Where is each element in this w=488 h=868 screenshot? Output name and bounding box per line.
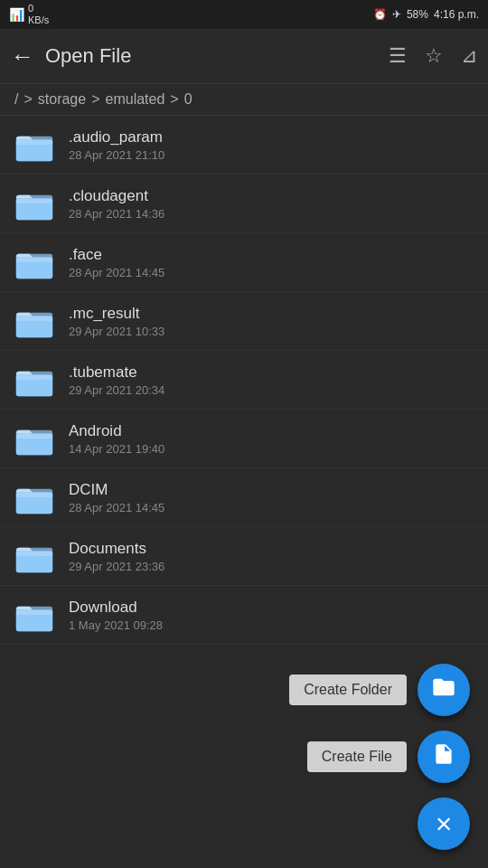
svg-rect-20 xyxy=(16,493,52,498)
file-info-2: .face 28 Apr 2021 14:45 xyxy=(69,246,164,279)
sort-icon[interactable]: ☰ xyxy=(389,44,407,68)
breadcrumb-sep1: > xyxy=(23,91,32,108)
svg-rect-26 xyxy=(16,610,52,616)
svg-rect-23 xyxy=(16,552,52,557)
file-info-5: Android 14 Apr 2021 19:40 xyxy=(69,422,164,456)
file-info-1: .cloudagent 28 Apr 2021 14:36 xyxy=(69,187,164,221)
list-item[interactable]: .audio_param 28 Apr 2021 21:10 xyxy=(0,116,488,175)
file-info-4: .tubemate 29 Apr 2021 20:34 xyxy=(69,363,164,397)
create-file-label[interactable]: Create File xyxy=(307,741,407,772)
file-name-5: Android xyxy=(69,422,164,440)
close-fab-row: × xyxy=(418,797,470,850)
file-date-8: 1 May 2021 09:28 xyxy=(69,618,163,632)
file-date-1: 28 Apr 2021 14:36 xyxy=(69,207,164,221)
time-display: 4:16 p.m. xyxy=(434,8,479,21)
fab-container: Create Folder Create File × xyxy=(289,664,470,850)
list-item[interactable]: .face 28 Apr 2021 14:45 xyxy=(0,233,488,292)
file-date-6: 28 Apr 2021 14:45 xyxy=(69,501,164,514)
folder-icon-0 xyxy=(14,125,54,165)
svg-rect-14 xyxy=(16,375,52,381)
svg-rect-5 xyxy=(16,199,52,204)
breadcrumb-sep3: > xyxy=(170,91,178,108)
folder-icon-4 xyxy=(14,360,54,400)
folder-icon-2 xyxy=(14,242,54,282)
signal-icon: 📊 xyxy=(9,7,24,22)
svg-rect-8 xyxy=(16,258,52,263)
file-date-4: 29 Apr 2021 20:34 xyxy=(69,383,164,397)
file-date-7: 29 Apr 2021 23:36 xyxy=(69,560,164,573)
file-name-2: .face xyxy=(69,246,164,264)
file-name-1: .cloudagent xyxy=(69,187,164,205)
create-file-button[interactable] xyxy=(418,731,470,783)
favorite-icon[interactable]: ☆ xyxy=(425,44,443,68)
file-info-6: DCIM 28 Apr 2021 14:45 xyxy=(69,481,164,514)
folder-icon-5 xyxy=(14,419,54,458)
svg-rect-17 xyxy=(16,434,52,439)
toolbar-actions: ☰ ☆ ⊿ xyxy=(389,44,477,68)
filter-icon[interactable]: ⊿ xyxy=(461,44,477,68)
file-name-3: .mc_result xyxy=(69,305,164,323)
list-item[interactable]: Documents 29 Apr 2021 23:36 xyxy=(0,527,488,586)
file-add-icon xyxy=(432,742,455,772)
file-name-6: DCIM xyxy=(69,481,164,499)
breadcrumb-emulated[interactable]: emulated xyxy=(106,91,165,108)
close-icon: × xyxy=(436,809,453,838)
svg-rect-11 xyxy=(16,316,52,322)
file-name-7: Documents xyxy=(69,540,164,558)
file-name-8: Download xyxy=(69,599,163,617)
breadcrumb-0[interactable]: 0 xyxy=(184,91,192,108)
list-item[interactable]: .mc_result 29 Apr 2021 10:33 xyxy=(0,292,488,351)
folder-icon-6 xyxy=(14,477,54,517)
list-item[interactable]: DCIM 28 Apr 2021 14:45 xyxy=(0,468,488,527)
folder-icon-3 xyxy=(14,301,54,341)
list-item[interactable]: .tubemate 29 Apr 2021 20:34 xyxy=(0,351,488,410)
folder-add-icon xyxy=(431,675,456,706)
breadcrumb: / > storage > emulated > 0 xyxy=(0,84,488,116)
airplane-icon: ✈ xyxy=(392,8,401,21)
breadcrumb-storage[interactable]: storage xyxy=(38,91,86,108)
create-folder-row: Create Folder xyxy=(289,664,470,716)
list-item[interactable]: .cloudagent 28 Apr 2021 14:36 xyxy=(0,175,488,233)
list-item[interactable]: Download 1 May 2021 09:28 xyxy=(0,586,488,645)
status-bar: 📊 0KB/s ⏰ ✈ 58% 4:16 p.m. xyxy=(0,0,488,29)
file-date-5: 14 Apr 2021 19:40 xyxy=(69,442,164,456)
close-fab-button[interactable]: × xyxy=(418,797,470,850)
file-date-3: 29 Apr 2021 10:33 xyxy=(69,325,164,338)
back-button[interactable]: ← xyxy=(11,42,34,71)
file-info-0: .audio_param 28 Apr 2021 21:10 xyxy=(69,128,164,162)
data-speed: 0KB/s xyxy=(28,3,49,26)
status-right: ⏰ ✈ 58% 4:16 p.m. xyxy=(373,8,479,21)
create-folder-button[interactable] xyxy=(418,664,470,716)
svg-rect-2 xyxy=(16,140,52,146)
folder-icon-7 xyxy=(14,536,54,576)
status-left: 📊 0KB/s xyxy=(9,3,49,26)
file-info-8: Download 1 May 2021 09:28 xyxy=(69,599,163,632)
file-name-0: .audio_param xyxy=(69,128,164,146)
alarm-icon: ⏰ xyxy=(373,8,387,21)
file-date-2: 28 Apr 2021 14:45 xyxy=(69,266,164,279)
file-info-7: Documents 29 Apr 2021 23:36 xyxy=(69,540,164,573)
page-title: Open File xyxy=(45,44,378,68)
file-date-0: 28 Apr 2021 21:10 xyxy=(69,148,164,162)
folder-icon-8 xyxy=(14,595,54,635)
folder-icon-1 xyxy=(14,184,54,223)
battery-text: 58% xyxy=(407,8,428,21)
breadcrumb-root[interactable]: / xyxy=(14,91,18,108)
file-name-4: .tubemate xyxy=(69,363,164,382)
toolbar: ← Open File ☰ ☆ ⊿ xyxy=(0,29,488,83)
breadcrumb-sep2: > xyxy=(91,91,99,108)
create-file-row: Create File xyxy=(307,731,470,783)
list-item[interactable]: Android 14 Apr 2021 19:40 xyxy=(0,410,488,468)
create-folder-label[interactable]: Create Folder xyxy=(289,675,407,705)
file-info-3: .mc_result 29 Apr 2021 10:33 xyxy=(69,305,164,338)
